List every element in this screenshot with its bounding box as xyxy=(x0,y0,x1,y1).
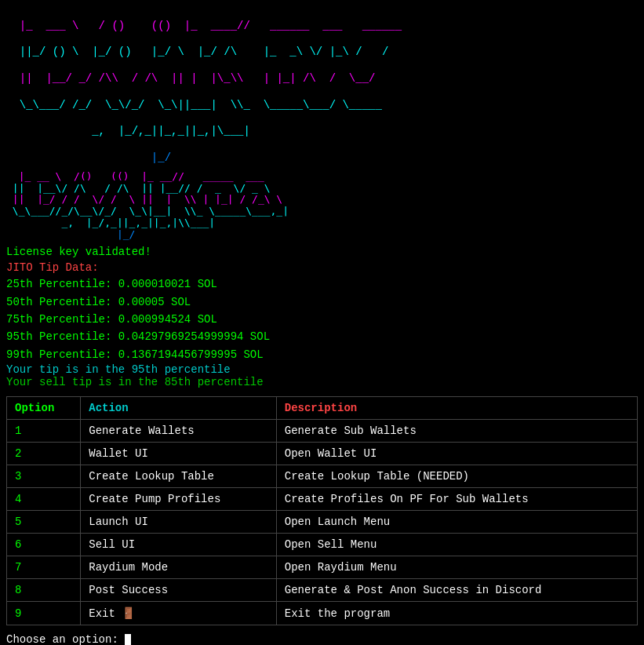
cell-action: Create Pump Profiles xyxy=(81,488,277,511)
table-row[interactable]: 7Raydium ModeOpen Raydium Menu xyxy=(7,556,638,579)
cell-action: Wallet UI xyxy=(81,443,277,465)
cell-action: Post Success xyxy=(81,579,277,602)
percentile-50: 50th Percentile: 0.00005 SOL xyxy=(6,293,638,311)
cell-action: Launch UI xyxy=(81,511,277,534)
cell-description: Open Launch Menu xyxy=(276,511,637,534)
percentile-75: 75th Percentile: 0.000994524 SOL xyxy=(6,311,638,328)
ascii-banner-pre: |_ __ \ /() (() |_ __// _____ ___ || |__… xyxy=(6,171,638,242)
info-section: License key validated! JITO Tip Data: 25… xyxy=(6,246,638,388)
cell-option: 8 xyxy=(7,579,81,602)
cell-option: 3 xyxy=(7,465,81,488)
table-row[interactable]: 9Exit 🚪Exit the program xyxy=(7,602,638,625)
tip-percentile-msg: Your tip is in the 95th percentile xyxy=(6,363,638,376)
cell-option: 9 xyxy=(7,602,81,625)
percentile-95: 95th Percentile: 0.04297969254999994 SOL xyxy=(6,328,638,345)
cell-option: 1 xyxy=(7,420,81,443)
table-row[interactable]: 4Create Pump ProfilesCreate Profiles On … xyxy=(7,488,638,511)
percentile-99: 99th Percentile: 0.1367194456799995 SOL xyxy=(6,346,638,363)
table-row[interactable]: 3Create Lookup TableCreate Lookup Table … xyxy=(7,465,638,488)
table-row[interactable]: 6Sell UIOpen Sell Menu xyxy=(7,534,638,556)
header-action: Action xyxy=(81,397,277,420)
sell-tip-percentile-msg: Your sell tip is in the 85th percentile xyxy=(6,376,638,388)
cell-description: Create Profiles On PF For Sub Wallets xyxy=(276,488,637,511)
cell-description: Open Raydium Menu xyxy=(276,556,637,579)
cell-description: Exit the program xyxy=(276,602,637,625)
cell-option: 6 xyxy=(7,534,81,556)
cell-action: Sell UI xyxy=(81,534,277,556)
cell-action: Exit 🚪 xyxy=(81,602,277,625)
table-row[interactable]: 1Generate WalletsGenerate Sub Wallets xyxy=(7,420,638,443)
cell-option: 4 xyxy=(7,488,81,511)
cell-option: 7 xyxy=(7,556,81,579)
cell-description: Generate & Post Anon Success in Discord xyxy=(276,579,637,602)
cell-description: Create Lookup Table (NEEDED) xyxy=(276,465,637,488)
prompt-label: Choose an option: xyxy=(6,633,125,645)
jito-label: JITO Tip Data: xyxy=(6,261,638,274)
cell-option: 5 xyxy=(7,511,81,534)
ascii-art-banner: |_ ___ \ / () (() |_ ____// ______ ___ _… xyxy=(6,6,638,165)
cell-action: Raydium Mode xyxy=(81,556,277,579)
header-description: Description xyxy=(276,397,637,420)
prompt-line: Choose an option: xyxy=(6,633,638,645)
table-row[interactable]: 8Post SuccessGenerate & Post Anon Succes… xyxy=(7,579,638,602)
table-header-row: Option Action Description xyxy=(7,397,638,420)
options-table: Option Action Description 1Generate Wall… xyxy=(6,396,638,625)
percentile-25: 25th Percentile: 0.000010021 SOL xyxy=(6,275,638,293)
cell-description: Open Wallet UI xyxy=(276,443,637,465)
table-row[interactable]: 2Wallet UIOpen Wallet UI xyxy=(7,443,638,465)
cursor xyxy=(125,634,131,645)
cell-action: Generate Wallets xyxy=(81,420,277,443)
cell-action: Create Lookup Table xyxy=(81,465,277,488)
cell-option: 2 xyxy=(7,443,81,465)
license-status: License key validated! xyxy=(6,246,638,258)
header-option: Option xyxy=(7,397,81,420)
cell-description: Open Sell Menu xyxy=(276,534,637,556)
table-row[interactable]: 5Launch UIOpen Launch Menu xyxy=(7,511,638,534)
cell-description: Generate Sub Wallets xyxy=(276,420,637,443)
